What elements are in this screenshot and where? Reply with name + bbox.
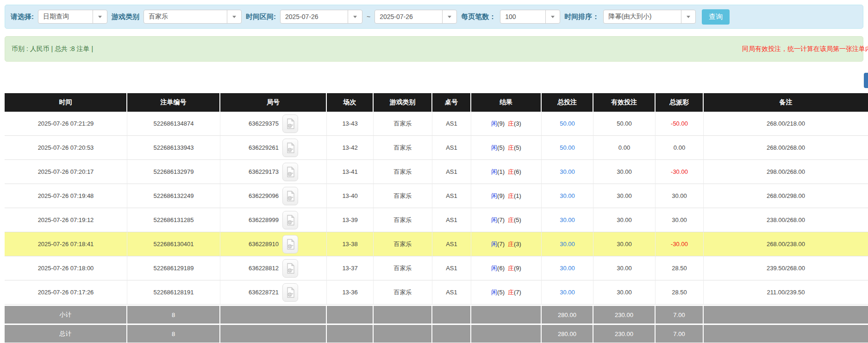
summary-cell <box>220 324 327 343</box>
summary-cell: 280.00 <box>542 305 593 324</box>
cell-time: 2025-07-26 07:18:41 <box>5 232 127 256</box>
cell-remark: 268.00/238.00 <box>704 232 868 256</box>
round-number: 636228721 <box>249 289 279 296</box>
bet-table: 时间注单编号局号场次游戏类别桌号结果总投注有效投注总派彩备注 2025-07-2… <box>5 93 868 343</box>
chevron-down-icon <box>227 10 241 23</box>
video-replay-button[interactable] <box>282 259 298 278</box>
result-banker-score: (9) <box>514 265 521 272</box>
total-bet-link[interactable]: 30.00 <box>560 241 575 248</box>
cell-payout: -30.00 <box>656 232 704 256</box>
cell-session: 13-41 <box>327 160 374 184</box>
round-number: 636229096 <box>249 192 279 199</box>
chevron-down-icon <box>442 10 456 23</box>
cell-valid-bet: 30.00 <box>593 232 656 256</box>
result-player-label: 闲 <box>491 144 497 151</box>
cell-valid-bet: 30.00 <box>593 184 656 208</box>
total-bet-link[interactable]: 30.00 <box>560 192 575 199</box>
cell-payout: 28.50 <box>656 256 704 280</box>
summary-cell: 7.00 <box>656 305 704 324</box>
query-type-select[interactable]: 日期查询 <box>38 10 107 24</box>
cell-round: 636228999 <box>220 208 327 232</box>
table-row: 2025-07-26 07:18:00 522686129189 6362288… <box>5 256 868 280</box>
cell-result: 闲(5)庄(5) <box>471 136 542 160</box>
video-replay-button[interactable] <box>282 187 298 205</box>
total-bet-link[interactable]: 30.00 <box>560 265 575 272</box>
cell-result: 闲(5)庄(7) <box>471 280 542 305</box>
date-to-select[interactable]: 2025-07-26 <box>375 10 457 24</box>
game-type-label: 游戏类别 <box>112 13 139 21</box>
search-button[interactable]: 查询 <box>702 9 730 25</box>
per-page-select[interactable]: 100 <box>500 10 560 24</box>
column-header: 总派彩 <box>656 93 704 112</box>
total-bet-link[interactable]: 30.00 <box>560 216 575 223</box>
cell-valid-bet: 30.00 <box>593 160 656 184</box>
clipped-action-button[interactable] <box>864 73 868 88</box>
cell-result: 闲(1)庄(6) <box>471 160 542 184</box>
cell-round: 636228910 <box>220 232 327 256</box>
cell-game-type: 百家乐 <box>374 184 432 208</box>
cell-round: 636229096 <box>220 184 327 208</box>
time-sort-select[interactable]: 降幂(由大到小) <box>603 10 696 24</box>
cell-game-type: 百家乐 <box>374 256 432 280</box>
column-header: 游戏类别 <box>374 93 432 112</box>
game-type-select[interactable]: 百家乐 <box>144 10 242 24</box>
summary-cell <box>327 324 374 343</box>
video-replay-button[interactable] <box>282 139 298 157</box>
cell-valid-bet: 30.00 <box>593 208 656 232</box>
round-number: 636229173 <box>249 168 279 175</box>
cell-result: 闲(9)庄(3) <box>471 112 542 136</box>
table-row: 2025-07-26 07:18:41 522686130401 6362289… <box>5 232 868 256</box>
result-banker-score: (7) <box>514 289 521 296</box>
table-row: 2025-07-26 07:19:48 522686132249 6362290… <box>5 184 868 208</box>
column-header: 备注 <box>704 93 868 112</box>
cell-valid-bet: 30.00 <box>593 256 656 280</box>
summary-cell <box>432 305 471 324</box>
result-banker-score: (5) <box>514 216 521 223</box>
cell-time: 2025-07-26 07:20:53 <box>5 136 127 160</box>
result-banker-score: (6) <box>514 168 521 175</box>
cell-table-no: AS1 <box>432 112 471 136</box>
cell-round: 636229375 <box>220 112 327 136</box>
cell-session: 13-37 <box>327 256 374 280</box>
total-bet-link[interactable]: 30.00 <box>560 168 575 175</box>
summary-cell: 小计 <box>5 305 127 324</box>
total-bet-link[interactable]: 50.00 <box>560 144 575 151</box>
total-bet-link[interactable]: 30.00 <box>560 289 575 296</box>
table-row: 2025-07-26 07:21:29 522686134874 6362293… <box>5 112 868 136</box>
cell-game-type: 百家乐 <box>374 136 432 160</box>
total-bet-link[interactable]: 50.00 <box>560 120 575 127</box>
video-replay-button[interactable] <box>282 235 298 254</box>
cell-valid-bet: 0.00 <box>593 136 656 160</box>
date-from-value: 2025-07-26 <box>281 13 348 20</box>
cell-bet-id: 522686129189 <box>127 256 220 280</box>
video-replay-button[interactable] <box>282 211 298 229</box>
cell-time: 2025-07-26 07:18:00 <box>5 256 127 280</box>
result-banker-score: (1) <box>514 192 521 199</box>
result-player-score: (7) <box>497 241 505 248</box>
result-banker-score: (3) <box>514 120 521 127</box>
video-replay-button[interactable] <box>282 163 298 181</box>
summary-cell <box>374 324 432 343</box>
column-header: 场次 <box>327 93 374 112</box>
cell-remark: 239.50/268.00 <box>704 256 868 280</box>
result-player-label: 闲 <box>491 289 497 296</box>
summary-bar: 币别 : 人民币 | 总共 :8 注单 | 同局有效投注，统一计算在该局第一张注… <box>5 36 863 62</box>
date-from-select[interactable]: 2025-07-26 <box>280 10 362 24</box>
cell-round: 636229261 <box>220 136 327 160</box>
cell-total-bet: 50.00 <box>542 112 593 136</box>
cell-valid-bet: 30.00 <box>593 280 656 305</box>
video-file-icon <box>286 166 295 178</box>
table-header-row: 时间注单编号局号场次游戏类别桌号结果总投注有效投注总派彩备注 <box>5 93 868 112</box>
cell-table-no: AS1 <box>432 256 471 280</box>
time-sort-label: 时间排序： <box>564 13 599 21</box>
video-replay-button[interactable] <box>282 114 298 133</box>
summary-row: 小计8280.00230.007.00 <box>5 305 868 324</box>
video-replay-button[interactable] <box>282 283 298 302</box>
chevron-down-icon <box>93 10 107 23</box>
cell-total-bet: 30.00 <box>542 256 593 280</box>
result-banker-label: 庄 <box>508 144 514 151</box>
result-player-score: (7) <box>497 216 505 223</box>
summary-cell <box>471 324 542 343</box>
summary-cell <box>374 305 432 324</box>
chevron-down-icon <box>681 10 695 23</box>
